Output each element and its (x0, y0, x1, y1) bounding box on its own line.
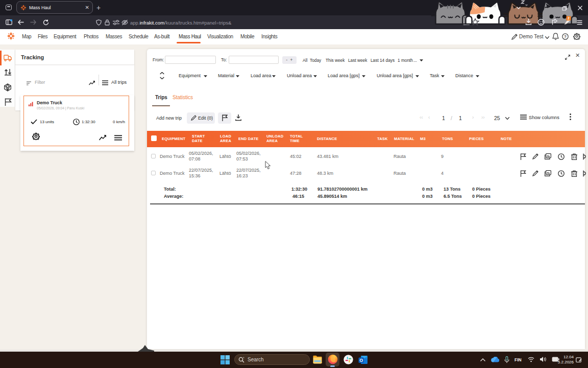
svg-text:O: O (359, 358, 363, 363)
svg-text:2: 2 (568, 16, 570, 20)
svg-text:?: ? (564, 34, 567, 39)
